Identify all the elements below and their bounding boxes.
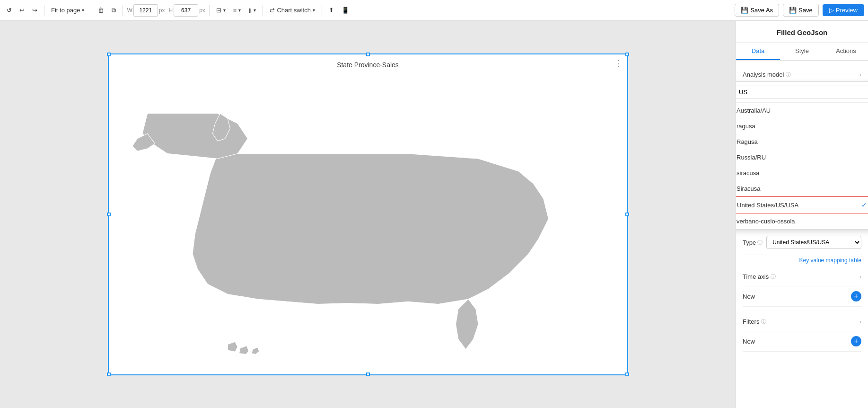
sep2	[91, 5, 91, 16]
preview-label: Preview	[836, 7, 858, 14]
px1-label: px	[159, 7, 165, 14]
dropdown-item-label: United States/US/USA	[737, 202, 798, 209]
chevron-down-icon: ▾	[82, 8, 84, 13]
save-label: Save	[798, 7, 813, 14]
dropdown-item[interactable]: ragusa	[736, 118, 868, 134]
align-icon: ≡	[233, 7, 237, 14]
dropdown-container: Australia/AUragusaRagusaRussia/RUsiracus…	[736, 81, 868, 230]
filters-section: Filters ⓘ › New +	[743, 307, 861, 357]
panel-body: Analysis model ⓘ › Australia/AUragusaRag…	[736, 61, 868, 408]
handle-tc[interactable]	[366, 53, 370, 56]
refresh-icon: ↺	[7, 7, 12, 14]
height-group: H px	[168, 4, 205, 17]
tab-data[interactable]: Data	[736, 43, 780, 60]
dropdown-item[interactable]: siracusa	[736, 165, 868, 181]
check-icon: ✓	[861, 201, 867, 209]
copy-icon: ⧉	[112, 7, 116, 14]
dropdown-search	[736, 82, 868, 103]
analysis-model-row[interactable]: Analysis model ⓘ ›	[743, 66, 861, 83]
new-field-add-button[interactable]: +	[851, 291, 861, 302]
dropdown-item-label: Russia/RU	[736, 154, 766, 161]
chevron-down-icon2: ▾	[223, 8, 226, 13]
dropdown-search-input[interactable]	[736, 86, 868, 98]
chart-switch-button[interactable]: ⇄ Chart switch ▾	[267, 5, 318, 16]
sep4	[209, 5, 210, 16]
distribute-icon: ⫿	[248, 7, 252, 14]
key-value-link[interactable]: Key value mapping table	[743, 255, 861, 267]
dropdown-item[interactable]: Ragusa	[736, 134, 868, 150]
px2-label: px	[199, 7, 205, 14]
preview-icon: ▷	[829, 7, 834, 14]
panel-tabs: Data Style Actions	[736, 43, 868, 61]
panel-title: Filled GeoJson	[736, 21, 868, 43]
undo-button[interactable]: ↩	[17, 5, 27, 16]
filters-row[interactable]: Filters ⓘ ›	[743, 312, 861, 331]
tab-actions[interactable]: Actions	[824, 43, 868, 60]
filters-new-label: New	[743, 338, 755, 345]
save-button[interactable]: 💾 Save	[783, 4, 819, 17]
dropdown-item-label: Ragusa	[736, 138, 758, 145]
dropdown-item-label: ragusa	[736, 123, 755, 130]
mobile-button[interactable]: 📱	[339, 5, 352, 16]
delete-button[interactable]: 🗑	[95, 5, 107, 16]
delete-icon: 🗑	[98, 7, 104, 14]
filters-add-button[interactable]: +	[851, 336, 861, 346]
analysis-model-chevron: ›	[859, 71, 861, 78]
time-axis-info-icon: ⓘ	[771, 273, 776, 280]
dropdown-item[interactable]: Russia/RU	[736, 150, 868, 165]
align-button[interactable]: ≡ ▾	[230, 5, 244, 16]
width-input[interactable]	[133, 4, 158, 17]
type-row: Type ⓘ United States/US/USA	[743, 230, 861, 255]
time-axis-row[interactable]: Time axis ⓘ ›	[743, 267, 861, 286]
sep3	[123, 5, 123, 16]
sep5	[263, 5, 263, 16]
height-input[interactable]	[174, 4, 198, 17]
dropdown-item[interactable]: Siracusa	[736, 181, 868, 196]
share-button[interactable]: ⬆	[326, 5, 337, 16]
dropdown-item-label: verbano-cusio-ossola	[736, 218, 795, 225]
preview-button[interactable]: ▷ Preview	[823, 4, 864, 16]
w-label: W	[127, 7, 132, 14]
dropdown-item[interactable]: verbano-cusio-ossola	[736, 213, 868, 229]
save-as-icon: 💾	[741, 7, 748, 14]
filters-info-icon: ⓘ	[761, 318, 766, 325]
refresh-button[interactable]: ↺	[4, 5, 15, 16]
save-icon: 💾	[789, 7, 797, 14]
chart-menu-icon[interactable]: ⋮	[614, 59, 623, 68]
canvas-area[interactable]: State Province-Sales ⋮	[0, 21, 736, 408]
new-field-row: New +	[743, 286, 861, 307]
type-label: Type ⓘ	[743, 239, 763, 246]
filters-label: Filters ⓘ	[743, 318, 766, 325]
share-icon: ⬆	[329, 7, 334, 14]
time-axis-chevron: ›	[859, 274, 861, 280]
mobile-icon: 📱	[342, 7, 349, 14]
handle-tr[interactable]	[625, 53, 629, 56]
layout-button[interactable]: ⊟ ▾	[213, 5, 228, 16]
layout-icon: ⊟	[216, 7, 221, 14]
undo-icon: ↩	[19, 7, 25, 14]
filters-chevron: ›	[859, 319, 861, 325]
analysis-model-label: Analysis model ⓘ	[743, 71, 791, 78]
width-group: W px	[127, 4, 165, 17]
usa-map-svg	[109, 73, 627, 374]
handle-tl[interactable]	[107, 53, 111, 56]
dropdown-item[interactable]: Australia/AU	[736, 103, 868, 118]
redo-button[interactable]: ↪	[29, 5, 40, 16]
info-icon: ⓘ	[786, 71, 791, 78]
copy-button[interactable]: ⧉	[109, 5, 119, 16]
fit-to-page-button[interactable]: Fit to page ▾	[48, 5, 87, 16]
save-as-button[interactable]: 💾 Save As	[735, 4, 779, 17]
type-section: Type ⓘ United States/US/USA Key value ma…	[743, 230, 861, 267]
tab-style[interactable]: Style	[780, 43, 824, 60]
fit-to-page-label: Fit to page	[51, 7, 80, 14]
main-layout: State Province-Sales ⋮	[0, 21, 868, 408]
canvas-frame: State Province-Sales ⋮	[108, 53, 628, 375]
type-info-icon: ⓘ	[757, 239, 763, 246]
dropdown-list: Australia/AUragusaRagusaRussia/RUsiracus…	[736, 103, 868, 229]
dropdown-item[interactable]: United States/US/USA✓	[736, 196, 868, 213]
type-select[interactable]: United States/US/USA	[766, 236, 861, 249]
distribute-button[interactable]: ⫿ ▾	[245, 5, 259, 16]
chart-title: State Province-Sales	[337, 61, 399, 69]
chevron-down-icon5: ▾	[313, 8, 315, 13]
chart-switch-label: Chart switch	[277, 7, 311, 14]
